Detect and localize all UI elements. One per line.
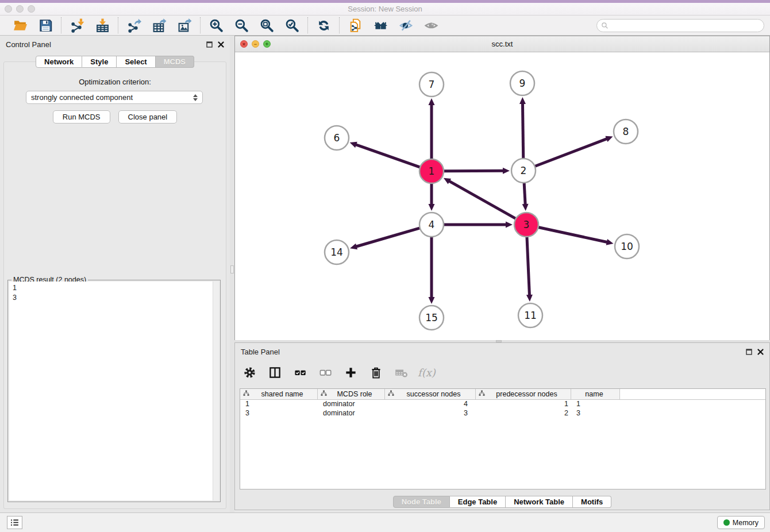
export-network-button[interactable] [126,17,142,33]
network-view-window: × − + scc.txt 7968124314101511 [234,36,770,340]
memory-button[interactable]: Memory [717,516,765,529]
graph-edge-1-6[interactable] [355,144,420,167]
table-settings-button[interactable] [241,364,258,381]
graph-edge-arrowhead [350,142,357,148]
vertical-splitter[interactable] [230,36,234,512]
table-row[interactable]: 3dominator323 [240,409,765,418]
zoom-fit-button[interactable] [259,17,275,33]
zoom-in-button[interactable] [208,17,224,33]
criterion-dropdown[interactable]: strongly connected component [26,91,203,104]
shared-column-icon [243,390,249,398]
column-header-name[interactable]: name [571,389,620,399]
column-header-label: shared name [249,390,317,398]
tab-select[interactable]: Select [117,56,155,68]
column-header-mcds-role[interactable]: MCDS role [318,389,385,399]
close-panel-button[interactable]: Close panel [118,110,178,124]
table-row[interactable]: 1dominator411 [240,400,765,409]
export-image-button[interactable] [176,17,192,33]
network-canvas[interactable]: 7968124314101511 [235,52,769,340]
table-cell-shared-name[interactable]: 1 [240,400,318,409]
import-table-icon [95,18,110,33]
show-graphics-details-button[interactable] [423,17,439,33]
nested-network-home-button[interactable] [372,17,388,33]
mcds-result-item[interactable]: 3 [13,293,213,303]
unchecked-boxes-icon [319,366,332,379]
tab-edge-table[interactable]: Edge Table [450,496,506,508]
status-bar: Memory [0,512,770,532]
tab-mcds[interactable]: MCDS [156,56,194,68]
unselect-all-rows-button[interactable] [317,364,334,381]
delete-columns-button[interactable] [367,364,384,381]
open-session-button[interactable] [12,17,28,33]
float-panel-icon[interactable] [206,41,213,49]
graph-edge-4-14[interactable] [356,228,420,247]
graph-node-label: 3 [523,219,530,230]
graph-edge-arrowhead [429,98,435,105]
mcds-result-scrollbar[interactable] [213,282,219,500]
import-table-button[interactable] [94,17,110,33]
hide-graphics-details-button[interactable] [398,17,414,33]
tab-style[interactable]: Style [82,56,117,68]
select-all-rows-button[interactable] [291,364,309,381]
home-icon [374,18,388,33]
column-header-label: MCDS role [327,390,384,398]
column-header-successor-nodes[interactable]: successor nodes [385,389,476,399]
table-cell-name[interactable]: 1 [571,400,620,409]
dropdown-stepper-icon [193,94,198,101]
node-table-body: 1dominator4113dominator323 [240,400,765,418]
network-window-titlebar[interactable]: × − + scc.txt [235,36,769,52]
graph-node-label: 11 [524,310,537,321]
table-cell-name[interactable]: 3 [571,409,620,418]
float-panel-icon[interactable] [746,348,752,357]
table-panel: Table Panel f(x) shared nameMCDS rolesuc… [234,342,770,510]
graph-edge-3-10[interactable] [538,227,608,242]
close-panel-icon[interactable] [757,348,764,357]
task-history-button[interactable] [7,516,22,529]
mcds-result-item[interactable]: 1 [13,283,213,293]
graph-node-label: 9 [519,78,526,89]
tab-network-table[interactable]: Network Table [506,496,573,508]
graph-node-label: 4 [429,219,435,230]
graph-edge-2-3[interactable] [524,183,525,205]
graph-edge-3-11[interactable] [527,237,530,296]
graph-edge-2-9[interactable] [522,103,523,159]
splitter-handle[interactable] [230,265,234,273]
graph-edge-3-1[interactable] [449,181,516,219]
tab-network[interactable]: Network [36,56,82,68]
export-table-button[interactable] [151,17,167,33]
clone-network-button[interactable] [347,17,363,33]
import-network-button[interactable] [69,17,85,33]
search-input[interactable] [609,21,764,31]
zoom-out-button[interactable] [233,17,249,33]
task-list-icon [10,518,20,527]
shared-column-icon [388,390,394,398]
graph-node-label: 8 [623,126,629,137]
column-header-predecessor-nodes[interactable]: predecessor nodes [476,389,571,399]
tab-motifs[interactable]: Motifs [573,496,611,508]
table-cell-predecessor-nodes[interactable]: 1 [476,400,571,409]
node-table[interactable]: shared nameMCDS rolesuccessor nodesprede… [240,388,766,489]
mcds-result-list[interactable]: 13 [9,282,213,500]
save-session-button[interactable] [37,17,53,33]
show-columns-button[interactable] [266,364,283,381]
table-cell-predecessor-nodes[interactable]: 2 [476,409,571,418]
search-field[interactable] [596,19,764,32]
gear-icon [243,366,256,379]
run-mcds-button[interactable]: Run MCDS [53,110,110,124]
refresh-network-button[interactable] [315,17,332,33]
table-cell-successor-nodes[interactable]: 4 [385,400,476,409]
close-panel-icon[interactable] [218,41,224,49]
add-column-button[interactable] [342,364,359,381]
column-header-shared-name[interactable]: shared name [240,389,318,399]
delete-table-button[interactable] [392,364,410,381]
tab-node-table[interactable]: Node Table [393,496,450,508]
table-cell-mcds-role[interactable]: dominator [318,409,385,418]
graph-edge-2-8[interactable] [535,138,608,166]
graph-node-label: 10 [621,241,633,252]
apply-function-button[interactable]: f(x) [418,367,436,379]
table-cell-mcds-role[interactable]: dominator [318,400,385,409]
table-cell-shared-name[interactable]: 3 [240,409,318,418]
zoom-selected-button[interactable] [284,17,300,33]
graph-edge-1-2[interactable] [444,171,504,171]
table-cell-successor-nodes[interactable]: 3 [385,409,476,418]
